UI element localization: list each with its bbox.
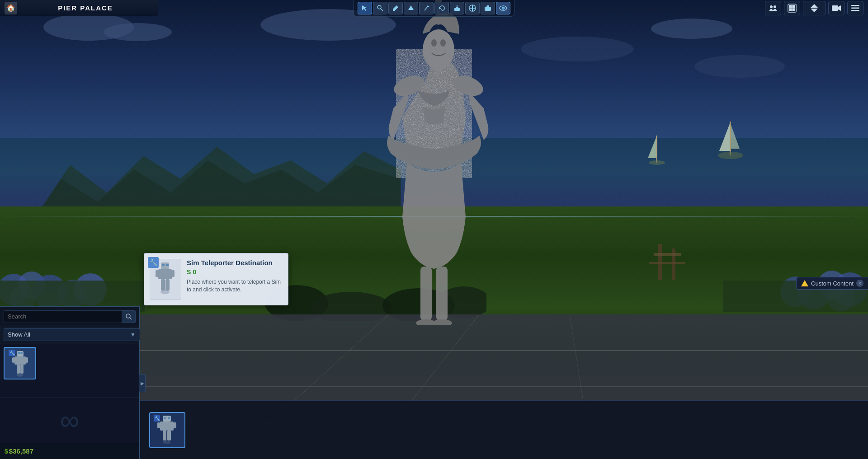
custom-content-badge: Custom Content × <box>796 277 868 290</box>
svg-marker-6 <box>731 124 740 149</box>
tooltip-price: S 0 <box>187 268 283 276</box>
cursor-tool-button[interactable] <box>358 2 372 14</box>
svg-point-82 <box>126 314 130 318</box>
item-tooltip: 🔧 Sim Teleporter Destination S 0 Place w… <box>144 253 288 305</box>
sailboat-left <box>646 133 668 171</box>
center-toolbar <box>354 0 514 17</box>
items-grid: 🔧 <box>0 343 139 398</box>
svg-line-49 <box>381 9 383 11</box>
sailboat-right <box>715 119 746 166</box>
search-button[interactable] <box>122 310 136 323</box>
eye-button[interactable] <box>496 2 510 14</box>
build-tool-button[interactable] <box>450 2 464 14</box>
svg-rect-96 <box>162 264 165 266</box>
bottom-items-row: 🔧 <box>140 400 868 459</box>
undo-button[interactable] <box>434 2 449 14</box>
svg-rect-85 <box>18 352 20 354</box>
paint-tool-button[interactable] <box>388 2 403 14</box>
custom-content-triangle-icon <box>801 280 808 286</box>
svg-rect-102 <box>165 279 170 290</box>
svg-rect-101 <box>161 279 165 290</box>
svg-rect-108 <box>157 422 160 428</box>
top-bar: 🏠 PIER PALACE <box>0 0 868 18</box>
svg-marker-69 <box>811 9 818 12</box>
sims-button[interactable] <box>765 1 781 15</box>
tooltip-price-value: 0 <box>191 268 196 276</box>
terrain-tool-button[interactable] <box>404 2 418 14</box>
search-area <box>0 307 139 326</box>
svg-point-103 <box>160 290 170 294</box>
svg-rect-7 <box>730 122 731 155</box>
svg-rect-109 <box>174 422 176 428</box>
home-button[interactable]: 🏠 <box>5 2 17 14</box>
svg-rect-110 <box>163 431 166 440</box>
svg-rect-64 <box>789 5 792 8</box>
svg-line-83 <box>130 318 132 319</box>
custom-content-close-button[interactable]: × <box>856 280 863 287</box>
svg-marker-2 <box>648 136 657 158</box>
svg-text:🔧: 🔧 <box>9 350 15 356</box>
svg-point-8 <box>718 152 743 159</box>
svg-rect-36 <box>420 267 432 321</box>
svg-text:🔧: 🔧 <box>155 416 160 422</box>
svg-rect-84 <box>17 351 24 356</box>
svg-marker-71 <box>838 5 841 11</box>
cloud <box>104 23 172 41</box>
svg-rect-86 <box>20 352 23 354</box>
svg-rect-72 <box>851 5 859 6</box>
svg-rect-106 <box>168 417 170 419</box>
svg-rect-89 <box>26 357 28 363</box>
menu-button[interactable] <box>847 1 863 15</box>
tooltip-title: Sim Teleporter Destination <box>187 259 283 267</box>
bottom-teleporter-item[interactable]: 🔧 <box>149 412 185 448</box>
svg-marker-47 <box>362 5 367 11</box>
svg-rect-98 <box>158 269 172 279</box>
svg-point-31 <box>431 39 437 47</box>
cloud <box>694 55 785 78</box>
svg-point-62 <box>774 5 776 8</box>
style-button[interactable] <box>784 1 800 15</box>
add-button[interactable] <box>465 2 480 14</box>
svg-rect-67 <box>793 9 795 11</box>
category-dropdown: Show All ▼ <box>0 326 139 343</box>
infinity-logo: ∞ <box>60 405 80 436</box>
svg-rect-87 <box>14 356 26 365</box>
teleporter-item[interactable]: 🔧 <box>4 347 36 379</box>
flowers-left <box>0 222 145 312</box>
cloud <box>651 19 732 39</box>
svg-rect-37 <box>436 267 448 321</box>
search-input[interactable] <box>4 310 122 323</box>
svg-rect-55 <box>470 8 475 9</box>
svg-rect-99 <box>156 270 158 277</box>
panel-expand-button[interactable]: ▶ <box>139 374 146 392</box>
svg-point-61 <box>770 5 773 8</box>
svg-marker-5 <box>719 122 731 151</box>
svg-rect-73 <box>851 8 859 9</box>
lot-title: PIER PALACE <box>17 4 154 12</box>
svg-point-30 <box>423 29 454 70</box>
svg-rect-66 <box>789 9 792 11</box>
up-down-button[interactable] <box>803 1 826 15</box>
svg-rect-107 <box>160 422 174 431</box>
watermark-area: ∞ <box>0 398 139 443</box>
svg-rect-28 <box>654 253 681 256</box>
svg-marker-50 <box>408 5 414 10</box>
svg-rect-90 <box>17 365 20 374</box>
svg-point-48 <box>377 5 381 9</box>
left-panel: ▶ Show All ▼ <box>0 306 140 459</box>
zoom-tool-button[interactable] <box>373 2 387 14</box>
road-tool-button[interactable] <box>419 2 434 14</box>
video-button[interactable] <box>828 1 844 15</box>
svg-rect-29 <box>649 262 685 264</box>
svg-point-92 <box>17 373 23 377</box>
svg-point-4 <box>649 160 665 165</box>
price-value: $36,587 <box>9 447 33 455</box>
svg-rect-65 <box>793 5 795 8</box>
top-right-controls <box>765 1 863 15</box>
custom-content-label: Custom Content <box>811 280 854 287</box>
svg-rect-111 <box>167 431 171 440</box>
svg-rect-100 <box>172 270 175 277</box>
svg-point-32 <box>440 39 446 47</box>
category-select[interactable]: Show All <box>4 328 140 341</box>
camera-tool-button[interactable] <box>481 2 495 14</box>
